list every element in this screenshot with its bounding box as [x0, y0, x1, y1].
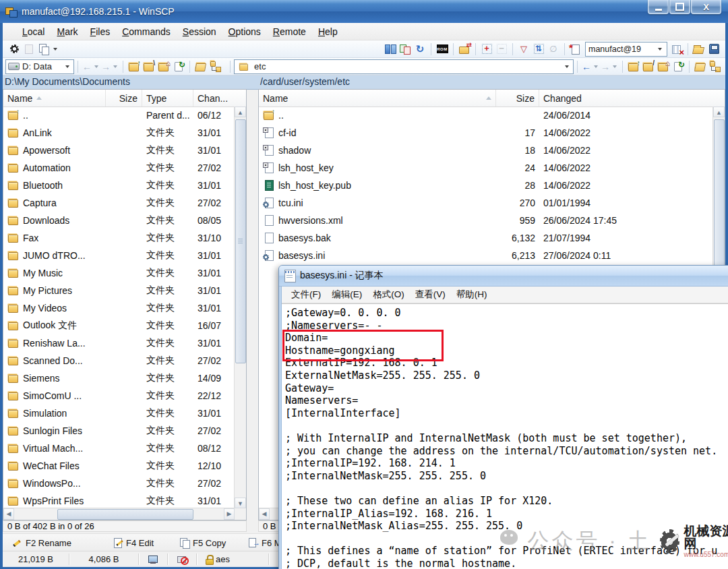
file-row[interactable]: Bluetooth 文件夹 31/01: [3, 177, 234, 194]
file-row[interactable]: hwversions.xml 959 26/06/2024 17:45: [259, 212, 713, 229]
column-header-name[interactable]: Name: [3, 90, 106, 107]
file-row[interactable]: WindowsPo... 文件夹 27/02: [3, 475, 234, 492]
column-header-type[interactable]: Type: [142, 90, 193, 107]
file-row[interactable]: Downloads 文件夹 08/05: [3, 212, 234, 229]
back-history-icon[interactable]: [594, 65, 598, 68]
parent-dir-icon[interactable]: [127, 60, 141, 73]
file-row[interactable]: Captura 文件夹 27/02: [3, 194, 234, 212]
explore-icon[interactable]: [692, 42, 706, 56]
scroll-up-icon[interactable]: ▲: [235, 107, 246, 117]
home-dir-icon[interactable]: [157, 60, 171, 73]
file-row[interactable]: Fax 文件夹 31/10: [3, 229, 234, 247]
file-row[interactable]: Siemens 文件夹 14/09: [3, 369, 234, 387]
reload-icon[interactable]: [413, 42, 427, 56]
file-row[interactable]: tcu.ini 270 01/01/1994: [259, 194, 713, 212]
scroll-down-icon[interactable]: ▼: [235, 498, 246, 508]
close-button[interactable]: X: [691, 0, 721, 14]
back-history-icon[interactable]: [94, 65, 98, 68]
select-files-icon[interactable]: [480, 42, 493, 56]
forward-history-icon[interactable]: [113, 65, 117, 68]
file-row[interactable]: .. Parent d... 06/12: [3, 107, 234, 124]
root-remote-icon[interactable]: [642, 60, 655, 73]
file-row[interactable]: Automation 文件夹 27/02: [3, 159, 234, 177]
save-workspace-icon[interactable]: [707, 42, 721, 56]
column-header-changed[interactable]: Chan...: [193, 90, 234, 107]
file-row[interactable]: lsh_host_key.pub 28 14/06/2022: [259, 177, 713, 194]
file-row[interactable]: shadow 18 14/06/2022: [259, 142, 713, 159]
column-header-size[interactable]: Size: [496, 90, 539, 107]
local-path-label[interactable]: D:\My Documents\Documents: [5, 76, 130, 87]
file-row[interactable]: My Pictures 文件夹 31/01: [3, 282, 234, 299]
console-icon[interactable]: [435, 42, 449, 56]
queue-icon[interactable]: [22, 42, 36, 56]
scroll-up-icon[interactable]: ▲: [713, 107, 725, 117]
chevron-down-icon[interactable]: [53, 48, 57, 51]
connection-status-cell[interactable]: [168, 553, 197, 565]
file-row[interactable]: lsh_host_key 24 14/06/2022: [259, 159, 713, 177]
open-dir-icon[interactable]: [194, 60, 208, 73]
column-header-changed[interactable]: Changed: [539, 90, 712, 107]
console-status-cell[interactable]: [139, 553, 168, 565]
copy-button[interactable]: F5 Copy: [179, 536, 226, 549]
scrollbar-thumb[interactable]: [235, 119, 246, 363]
menu-item[interactable]: 编辑(E): [326, 287, 367, 303]
file-row[interactable]: SimoComU ... 文件夹 22/12: [3, 387, 234, 405]
file-row[interactable]: My Videos 文件夹 31/01: [3, 299, 234, 317]
scrollbar-thumb[interactable]: [57, 509, 193, 520]
file-row[interactable]: basesys.ini 6,213 27/06/2024 0:11: [259, 247, 713, 264]
parent-dir-icon[interactable]: [627, 60, 640, 73]
menu-item[interactable]: Commands: [116, 24, 177, 39]
find-files-icon[interactable]: [547, 42, 560, 56]
scroll-right-icon[interactable]: ▶: [224, 508, 235, 520]
home-dir-icon[interactable]: [657, 60, 670, 73]
scroll-left-icon[interactable]: ◀: [259, 508, 270, 520]
file-row[interactable]: Sunlogin Files 文件夹 27/02: [3, 422, 234, 440]
transfer-settings-icon[interactable]: [384, 42, 397, 56]
menu-item[interactable]: Help: [312, 24, 344, 39]
column-header-size[interactable]: Size: [106, 90, 142, 107]
forward-history-icon[interactable]: [613, 65, 617, 68]
open-dir-icon[interactable]: [694, 60, 707, 73]
synchronize-icon[interactable]: [398, 42, 412, 56]
encryption-status-cell[interactable]: aes: [197, 553, 269, 565]
menu-item[interactable]: Files: [84, 24, 117, 39]
menu-item[interactable]: 帮助(H): [451, 287, 493, 303]
menu-item[interactable]: 查看(V): [410, 287, 451, 303]
file-row[interactable]: Outlook 文件 文件夹 16/07: [3, 317, 234, 334]
column-header-name[interactable]: Name: [259, 90, 496, 107]
menu-item[interactable]: 文件(F): [286, 287, 326, 303]
file-row[interactable]: Simulation 文件夹 31/01: [3, 405, 234, 422]
file-row[interactable]: AnLink 文件夹 31/01: [3, 124, 234, 142]
notepad-titlebar[interactable]: basesys.ini - 记事本: [279, 266, 728, 287]
preferences-icon[interactable]: [7, 42, 21, 56]
file-row[interactable]: WeChat Files 文件夹 12/10: [3, 457, 234, 475]
file-row[interactable]: Renishaw La... 文件夹 31/01: [3, 334, 234, 352]
session-combo[interactable]: manufact@19: [585, 42, 667, 57]
scroll-left-icon[interactable]: ◀: [3, 508, 14, 520]
maximize-button[interactable]: [669, 0, 690, 14]
tree-view-icon[interactable]: [209, 60, 222, 73]
edit-button[interactable]: F4 Edit: [113, 536, 154, 549]
winscp-titlebar[interactable]: manufact@192.168.215.1 - WinSCP X: [0, 0, 728, 23]
tree-view-icon[interactable]: [708, 60, 722, 73]
file-row[interactable]: Apowersoft 文件夹 31/01: [3, 142, 234, 159]
move-button[interactable]: F6 M: [248, 536, 282, 549]
back-button[interactable]: ←: [82, 61, 92, 72]
sync-browsing-icon[interactable]: [458, 42, 471, 56]
local-horizontal-scrollbar[interactable]: ◀ ▶: [3, 508, 235, 520]
remote-forward-button[interactable]: →: [601, 61, 610, 72]
remote-dir-combo[interactable]: etc: [234, 59, 574, 74]
file-row[interactable]: Scanned Do... 文件夹 27/02: [3, 352, 234, 369]
menu-item[interactable]: Session: [177, 24, 222, 39]
menu-item[interactable]: Remote: [267, 24, 312, 39]
minimize-button[interactable]: [648, 0, 669, 14]
filter-icon[interactable]: [517, 42, 530, 56]
menu-item[interactable]: Options: [222, 24, 267, 39]
menu-item[interactable]: Local: [16, 24, 51, 39]
file-row[interactable]: Virtual Mach... 文件夹 08/12: [3, 440, 234, 457]
file-row[interactable]: My Music 文件夹 31/01: [3, 264, 234, 282]
file-row[interactable]: basesys.bak 6,132 21/07/1994: [259, 229, 713, 247]
root-local-icon[interactable]: [142, 60, 156, 73]
forward-button[interactable]: →: [101, 61, 111, 72]
file-row[interactable]: JUMO dTRO... 文件夹 31/01: [3, 247, 234, 264]
